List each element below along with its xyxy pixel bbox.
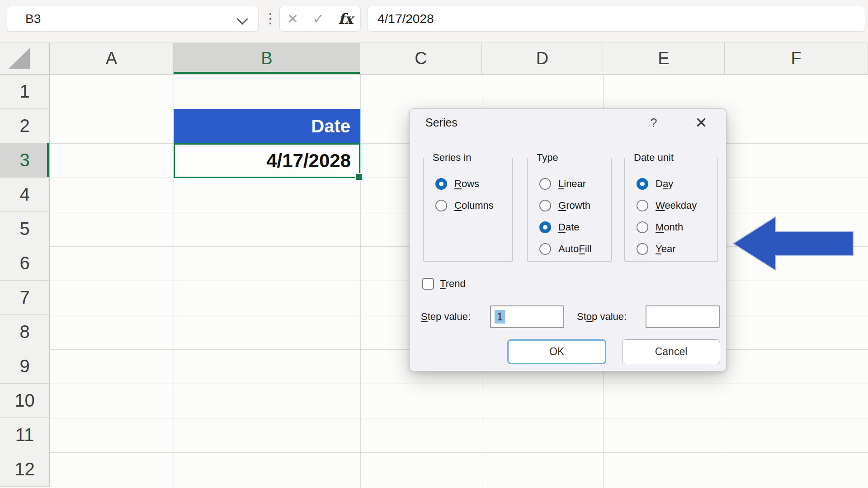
column-header-C[interactable]: C [360, 43, 482, 75]
confirm-icon[interactable]: ✓ [313, 11, 324, 27]
row-header-11[interactable]: 11 [0, 418, 50, 452]
close-icon[interactable]: ✕ [691, 114, 712, 131]
grid-line [360, 75, 361, 488]
radio-label: Growth [558, 200, 590, 211]
group-date-unit-label: Date unit [631, 152, 676, 164]
formula-buttons: ✕ ✓ fx [279, 6, 361, 32]
checkbox-icon [422, 278, 434, 290]
name-box-value: B3 [25, 12, 41, 26]
ok-button[interactable]: OK [507, 339, 606, 364]
radio-icon [539, 200, 551, 211]
cancel-button[interactable]: Cancel [622, 339, 720, 364]
radio-icon [637, 200, 648, 211]
row-header-12[interactable]: 12 [0, 452, 50, 487]
radio-day[interactable]: Day [637, 173, 717, 195]
radio-icon [435, 178, 447, 190]
cell-B3-value: 4/17/2028 [266, 150, 351, 172]
radio-label: AutoFill [558, 243, 591, 255]
radio-label: Columns [454, 200, 494, 211]
radio-month[interactable]: Month [637, 216, 717, 238]
row-header-7[interactable]: 7 [0, 281, 50, 315]
radio-icon [435, 200, 447, 211]
stop-value-input[interactable] [646, 305, 720, 328]
stop-value-label: Stop value: [577, 311, 627, 323]
radio-columns[interactable]: Columns [435, 195, 511, 216]
radio-weekday[interactable]: Weekday [637, 195, 717, 216]
fx-icon[interactable]: fx [338, 10, 353, 28]
select-all-corner[interactable] [0, 43, 50, 75]
grid-line [50, 452, 868, 453]
radio-label: Date [558, 221, 579, 233]
radio-icon [637, 243, 648, 255]
row-header-9[interactable]: 9 [0, 349, 50, 384]
radio-label: Month [656, 221, 683, 233]
radio-autofill[interactable]: AutoFill [539, 238, 610, 260]
column-header-F[interactable]: F [725, 43, 868, 75]
name-box[interactable]: B3 [7, 6, 259, 32]
column-header-B[interactable]: B [174, 43, 360, 75]
radio-icon [539, 178, 551, 190]
step-value-input[interactable]: 1 [490, 305, 564, 328]
grid-line [50, 418, 868, 418]
trend-checkbox[interactable]: Trend [422, 278, 466, 290]
radio-linear[interactable]: Linear [539, 173, 610, 195]
group-series-in: Series in RowsColumns [423, 158, 513, 262]
row-header-2[interactable]: 2 [0, 109, 50, 143]
select-all-triangle-icon [0, 43, 50, 75]
radio-rows[interactable]: Rows [435, 173, 511, 195]
radio-label: Weekday [656, 200, 697, 211]
row-header-10[interactable]: 10 [0, 384, 50, 418]
group-type-label: Type [534, 152, 561, 164]
fill-handle[interactable] [355, 173, 363, 181]
row-header-4[interactable]: 4 [0, 178, 50, 212]
group-series-in-label: Series in [430, 152, 474, 164]
step-value-label: Step value: [421, 311, 471, 323]
row-header-6[interactable]: 6 [0, 246, 50, 281]
radio-date[interactable]: Date [539, 216, 610, 238]
radio-icon [637, 221, 648, 233]
grid-line [50, 384, 868, 384]
cancel-icon[interactable]: ✕ [287, 11, 298, 27]
grid-line [50, 487, 868, 487]
formula-value: 4/17/2028 [377, 12, 434, 26]
column-header-A[interactable]: A [50, 43, 174, 75]
more-icon: ⋮ [264, 6, 277, 31]
group-type: Type LinearGrowthDateAutoFill [527, 158, 612, 262]
radio-label: Rows [454, 178, 479, 190]
trend-label: Trend [440, 278, 466, 290]
row-header-8[interactable]: 8 [0, 315, 50, 349]
row-header-1[interactable]: 1 [0, 75, 50, 109]
pointer-arrow [732, 216, 854, 272]
column-header-D[interactable]: D [482, 43, 603, 75]
radio-label: Year [656, 243, 675, 255]
radio-label: Day [656, 178, 673, 190]
radio-icon [539, 221, 551, 233]
radio-label: Linear [558, 178, 586, 190]
column-header-E[interactable]: E [603, 43, 725, 75]
cell-B3[interactable]: 4/17/2028 [174, 143, 360, 178]
help-icon[interactable]: ? [645, 116, 663, 130]
formula-bar: B3 ⋮ ✕ ✓ fx 4/17/2028 [0, 0, 868, 43]
chevron-down-icon[interactable] [236, 13, 248, 24]
dialog-title: Series [425, 116, 458, 129]
radio-growth[interactable]: Growth [539, 195, 610, 216]
step-value-text: 1 [495, 310, 505, 324]
radio-year[interactable]: Year [637, 238, 717, 260]
radio-icon [539, 243, 551, 255]
row-header-5[interactable]: 5 [0, 212, 50, 246]
row-header-3[interactable]: 3 [0, 143, 50, 178]
cell-B2[interactable]: Date [174, 109, 360, 143]
group-date-unit: Date unit DayWeekdayMonthYear [624, 158, 718, 262]
radio-icon [637, 178, 648, 190]
formula-input[interactable]: 4/17/2028 [367, 6, 865, 32]
series-dialog: Series ? ✕ Series in RowsColumns Type Li… [409, 108, 726, 371]
